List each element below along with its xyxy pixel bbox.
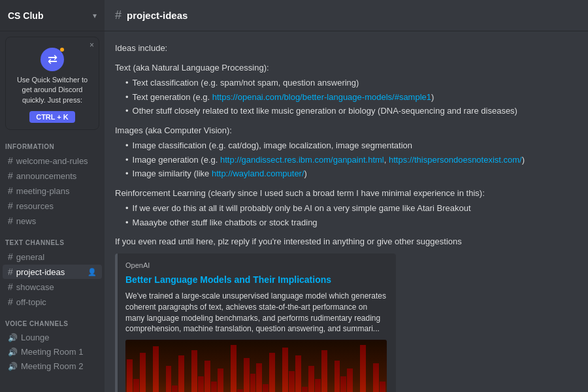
bar <box>335 361 340 392</box>
cv-heading: Images (aka Computer Vision): <box>115 124 578 137</box>
bar <box>198 376 204 392</box>
bar <box>340 376 346 392</box>
bar <box>269 353 275 392</box>
embed-description: We've trained a large-scale unsupervised… <box>125 291 388 335</box>
bar <box>231 345 237 392</box>
nlp-bullet-list: Text classification (e.g. spam/not spam,… <box>115 76 578 118</box>
rl-heading: Reinforcement Learning (clearly since I … <box>115 187 578 200</box>
hash-icon: # <box>8 282 13 292</box>
messages-area[interactable]: Ideas include: Text (aka Natural Languag… <box>105 31 588 392</box>
channel-item-project-ideas[interactable]: # project-ideas 👤 <box>3 265 102 279</box>
channel-item-welcome-and-rules[interactable]: # welcome-and-rules <box>3 154 102 168</box>
bar <box>321 350 327 392</box>
hash-icon: # <box>8 186 13 196</box>
channel-name: Meeting Room 2 <box>21 361 83 371</box>
channel-header: # project-ideas <box>105 0 588 31</box>
text-channels-section: TEXT CHANNELS # general # project-ideas … <box>0 231 105 312</box>
embed-provider: OpenAI <box>125 260 388 271</box>
embed-image-bars: (function() { var heights = [85,70,90,60… <box>125 340 387 392</box>
bar <box>140 353 146 392</box>
bar <box>153 346 159 392</box>
bar <box>211 382 217 392</box>
hash-icon: # <box>8 201 13 211</box>
bar <box>127 359 133 392</box>
bullet-item: Text classification (e.g. spam/not spam,… <box>125 76 578 90</box>
channel-item-meeting-plans[interactable]: # meeting-plans <box>3 184 102 198</box>
voice-channels-section: VOICE CHANNELS 🔊 Lounge 🔊 Meeting Room 1… <box>0 312 105 376</box>
user-icon-badge: 👤 <box>88 268 97 276</box>
nlp-heading: Text (aka Natural Language Processing): <box>115 61 578 74</box>
message-footer: If you even read until here, plz reply i… <box>115 235 578 248</box>
bar <box>191 350 197 392</box>
server-header[interactable]: CS Club ▾ <box>0 0 105 31</box>
channel-name: Lounge <box>21 333 49 342</box>
main-content: # project-ideas Ideas include: Text (aka… <box>105 0 588 392</box>
keyboard-shortcut: CTRL + K <box>29 111 75 123</box>
channel-item-meeting-room-1[interactable]: 🔊 Meeting Room 1 <box>3 345 102 359</box>
wayland-link[interactable]: http://wayland.computer/ <box>212 169 304 178</box>
information-section: INFORMATION # welcome-and-rules # announ… <box>0 135 105 231</box>
channel-header-hash: # <box>115 8 122 22</box>
bar <box>166 366 172 392</box>
channel-header-name: project-ideas <box>127 10 188 21</box>
channel-name: general <box>16 252 44 262</box>
hash-icon: # <box>8 171 13 181</box>
bar <box>380 382 385 392</box>
message-content: Ideas include: Text (aka Natural Languag… <box>115 42 578 392</box>
section-label-information: INFORMATION <box>0 143 105 153</box>
close-icon[interactable]: × <box>90 41 94 50</box>
bullet-item: Image classification (e.g. cat/dog), ima… <box>125 139 578 152</box>
channel-item-general[interactable]: # general <box>3 250 102 264</box>
gandissect-link[interactable]: http://gandissect.res.ibm.com/ganpaint.h… <box>220 155 384 165</box>
channel-name: resources <box>16 201 54 211</box>
quick-switcher-text: Use Quick Switcher to get around Discord… <box>12 75 92 105</box>
embed-card: OpenAI Better Language Models and Their … <box>115 253 396 393</box>
bar <box>133 379 139 392</box>
bar <box>295 355 301 392</box>
bar <box>289 371 295 392</box>
quick-switcher-icon: ⇄ <box>41 48 64 71</box>
speaker-icon: 🔊 <box>8 362 18 371</box>
bullet-item: Other stuff closely related to text like… <box>125 105 578 118</box>
bar <box>237 389 243 392</box>
bar <box>250 374 256 392</box>
bar <box>244 358 250 392</box>
server-name: CS Club <box>8 10 43 21</box>
bar <box>308 366 314 392</box>
embed-title[interactable]: Better Language Models and Their Implica… <box>125 273 388 287</box>
bar <box>172 385 178 392</box>
speaker-icon: 🔊 <box>8 348 18 357</box>
bar <box>315 379 321 392</box>
hash-icon: # <box>8 252 13 262</box>
openai-link[interactable]: https://openai.com/blog/better-language-… <box>212 92 431 102</box>
quick-switcher-popup: × ⇄ Use Quick Switcher to get around Dis… <box>5 37 99 130</box>
channel-name: welcome-and-rules <box>16 156 88 166</box>
channel-item-news[interactable]: # news <box>3 214 102 228</box>
arrows-wrapper: ⇄ <box>12 48 92 71</box>
bullet-item: If we ever do this at all it will probab… <box>125 202 578 215</box>
channel-item-off-topic[interactable]: # off-topic <box>3 295 102 309</box>
bar <box>204 361 210 392</box>
bar <box>263 384 269 392</box>
hash-icon: # <box>8 216 13 226</box>
bar <box>360 345 366 392</box>
channel-item-showcase[interactable]: # showcase <box>3 280 102 294</box>
channel-item-meeting-room-2[interactable]: 🔊 Meeting Room 2 <box>3 359 102 373</box>
channel-name: news <box>16 216 36 226</box>
bullet-item: Image similarity (like http://wayland.co… <box>125 167 578 180</box>
channel-name: meeting-plans <box>16 186 70 196</box>
channel-name: showcase <box>16 282 54 292</box>
bullet-item: Image generation (e.g. http://gandissect… <box>125 154 578 167</box>
channel-name: project-ideas <box>16 267 65 277</box>
channel-item-resources[interactable]: # resources <box>3 199 102 213</box>
bullet-item: Maaaybe other stuff like chatbots or sto… <box>125 216 578 229</box>
section-label-voice-channels: VOICE CHANNELS <box>0 320 105 330</box>
thisperson-link[interactable]: https://thispersondoesnotexist.com/ <box>389 155 522 165</box>
speaker-icon: 🔊 <box>8 333 18 342</box>
hash-icon: # <box>8 155 13 166</box>
sidebar: CS Club ▾ × ⇄ Use Quick Switcher to get … <box>0 0 105 392</box>
hash-icon: # <box>8 297 13 307</box>
rl-bullet-list: If we ever do this at all it will probab… <box>115 202 578 229</box>
channel-item-lounge[interactable]: 🔊 Lounge <box>3 331 102 344</box>
channel-item-announcements[interactable]: # announcements <box>3 169 102 183</box>
